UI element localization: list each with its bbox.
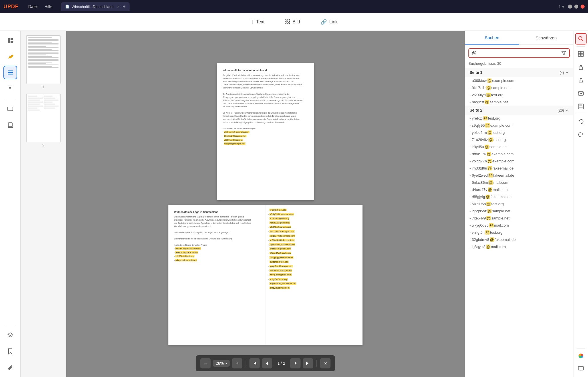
frb-search-icon[interactable] bbox=[575, 33, 587, 45]
svg-rect-22 bbox=[579, 107, 583, 108]
thumbnail-panel[interactable]: 1 bbox=[21, 31, 66, 377]
search-input-box bbox=[468, 48, 570, 58]
frb-share-icon[interactable] bbox=[575, 74, 587, 86]
main-content: 1 bbox=[0, 31, 588, 377]
frb-comment-icon[interactable] bbox=[575, 363, 587, 375]
tab-title: Wirtschaftli...Deutschland bbox=[72, 5, 114, 9]
svg-rect-1 bbox=[11, 38, 13, 40]
sidebar-icon-highlight[interactable] bbox=[3, 50, 17, 63]
filter-icon[interactable] bbox=[561, 51, 566, 56]
page-first-button[interactable] bbox=[249, 358, 260, 368]
list-item[interactable]: - yrelxtti@test.org bbox=[465, 115, 573, 122]
list-item[interactable]: - 5nlac86m@mail.com bbox=[465, 179, 573, 186]
svg-rect-14 bbox=[578, 51, 581, 54]
list-item[interactable]: - u3t0ktow@example.com bbox=[465, 77, 573, 84]
add-tab-button[interactable]: + bbox=[123, 4, 125, 9]
sidebar-icon-pages[interactable] bbox=[3, 82, 17, 95]
active-tab[interactable]: 📄 Wirtschaftli...Deutschland ✕ + bbox=[61, 2, 130, 11]
svg-rect-21 bbox=[579, 104, 582, 106]
menu-bar: Datei Hilfe bbox=[25, 3, 55, 10]
list-item[interactable]: - vplqg77n@example.com bbox=[465, 158, 573, 165]
list-item[interactable]: - r55gjyfg@fakeemail.de bbox=[465, 193, 573, 200]
thumbnail-img-1 bbox=[26, 35, 61, 84]
list-item[interactable]: - rbfvz176@example.com bbox=[465, 150, 573, 158]
section-header-page2[interactable]: Seite 2 (26) bbox=[465, 106, 573, 115]
pdf-page-right: - yrelxtti@test.org - s9qfy95@example.co… bbox=[265, 205, 363, 345]
list-item[interactable]: - 6yef2wed@fakeemail.de bbox=[465, 172, 573, 179]
search-results[interactable]: Seite 1 (4) - u3t0ktow@example.com- 9kkf… bbox=[465, 68, 573, 377]
svg-rect-11 bbox=[8, 123, 12, 127]
search-input[interactable] bbox=[472, 51, 559, 56]
section-header-page1[interactable]: Seite 1 (4) bbox=[465, 68, 573, 77]
title-bar-controls: 1 ∨ bbox=[559, 5, 585, 9]
page-last-button[interactable] bbox=[303, 358, 313, 368]
pdf-area[interactable]: Wirtschaftliche Lage in Deutschland Die … bbox=[66, 31, 465, 377]
thumbnail-page-2[interactable]: 2 bbox=[26, 94, 61, 147]
menu-datei[interactable]: Datei bbox=[25, 3, 41, 10]
page-prev-button[interactable] bbox=[262, 358, 272, 368]
title-bar: UPDF Datei Hilfe 📄 Wirtschaftli...Deutsc… bbox=[0, 0, 588, 13]
pdf-page-2: Wirtschaftliche Lage in Deutschland Die … bbox=[168, 205, 363, 345]
list-item[interactable]: - 5izd1f5b@test.org bbox=[465, 200, 573, 207]
list-item[interactable]: - 9kkf6s1r@sample.net bbox=[465, 84, 573, 91]
list-item[interactable]: - vnllgt5n@test.org bbox=[465, 229, 573, 236]
sidebar-icon-active[interactable] bbox=[3, 66, 17, 79]
list-item[interactable]: - d4urq47v@mail.com bbox=[465, 186, 573, 193]
tab-schwarzen[interactable]: Schwärzen bbox=[519, 31, 573, 45]
list-item[interactable]: - ir9ytf5u@sample.net bbox=[465, 143, 573, 150]
text-tool-icon: T bbox=[250, 19, 254, 25]
svg-rect-24 bbox=[578, 366, 583, 370]
left-sidebar bbox=[0, 31, 21, 377]
window-controls bbox=[568, 5, 585, 9]
sidebar-bottom bbox=[3, 324, 17, 374]
frb-ocr-icon[interactable] bbox=[575, 48, 587, 60]
tab-suchen[interactable]: Suchen bbox=[465, 31, 519, 45]
sidebar-icon-comment[interactable] bbox=[3, 102, 17, 116]
sidebar-icon-stamp[interactable] bbox=[3, 118, 17, 132]
sidebar-icon-layout[interactable] bbox=[3, 34, 17, 47]
list-item[interactable]: - s9qfy95@example.com bbox=[465, 122, 573, 129]
close-toolbar-button[interactable]: ✕ bbox=[320, 358, 331, 368]
maximize-button[interactable] bbox=[574, 5, 578, 9]
zoom-in-button[interactable]: + bbox=[232, 358, 242, 368]
frb-mail-icon[interactable] bbox=[575, 88, 587, 99]
list-item[interactable]: - 32gbdmv8@fakeemail.de bbox=[465, 236, 573, 243]
list-item[interactable]: - jm33td6u@fakeemail.de bbox=[465, 165, 573, 172]
close-button[interactable] bbox=[581, 5, 585, 9]
frb-bottom-icons bbox=[575, 348, 587, 375]
minimize-button[interactable] bbox=[568, 5, 572, 9]
search-input-area bbox=[465, 45, 573, 60]
thumbnail-page-1[interactable]: 1 bbox=[26, 35, 61, 89]
sidebar-icon-layers[interactable] bbox=[3, 328, 17, 342]
toolbar-link[interactable]: 🔗 Link bbox=[316, 17, 342, 27]
thumb-page-num-2: 2 bbox=[42, 143, 44, 147]
toolbar-bild[interactable]: 🖼 Bild bbox=[281, 17, 305, 27]
list-item[interactable]: - lgpqd5sz@sample.net bbox=[465, 207, 573, 215]
frb-save-icon[interactable] bbox=[575, 101, 587, 112]
zoom-level-selector[interactable]: 28% ▾ bbox=[213, 360, 230, 367]
tab-pdf-icon: 📄 bbox=[65, 5, 69, 9]
frb-protect-icon[interactable] bbox=[575, 61, 587, 73]
list-item[interactable]: - wkyg0q8b@mail.com bbox=[465, 222, 573, 229]
svg-rect-15 bbox=[581, 51, 583, 54]
sidebar-icon-bookmark[interactable] bbox=[3, 344, 17, 358]
toolbar-text[interactable]: T Text bbox=[246, 16, 269, 27]
frb-multicolor-icon[interactable] bbox=[575, 350, 587, 362]
menu-hilfe[interactable]: Hilfe bbox=[42, 3, 55, 10]
list-item[interactable]: - 7lte54v9@sample.net bbox=[465, 215, 573, 222]
page-next-button[interactable] bbox=[290, 358, 301, 368]
sidebar-icon-attach[interactable] bbox=[3, 360, 17, 374]
frb-redo-icon[interactable] bbox=[575, 129, 587, 140]
frb-undo-icon[interactable] bbox=[575, 116, 587, 127]
zoom-out-button[interactable]: − bbox=[200, 358, 211, 368]
far-right-bar bbox=[573, 31, 588, 377]
list-item[interactable]: - 71u29v9z@test.org bbox=[465, 136, 573, 143]
page1-results-list: - u3t0ktow@example.com- 9kkf6s1r@sample.… bbox=[465, 77, 573, 106]
app-logo: UPDF bbox=[3, 4, 19, 10]
list-item[interactable]: - ylzbd2rm@test.org bbox=[465, 129, 573, 136]
list-item[interactable]: - lg8qyjx8@mail.com bbox=[465, 243, 573, 250]
list-item[interactable]: - vt290iyd@test.org bbox=[465, 91, 573, 98]
list-item[interactable]: - rdognst@sample.net bbox=[465, 98, 573, 106]
pdf-page-left: Wirtschaftliche Lage in Deutschland Die … bbox=[168, 205, 265, 345]
tab-close-button[interactable]: ✕ bbox=[117, 5, 119, 9]
